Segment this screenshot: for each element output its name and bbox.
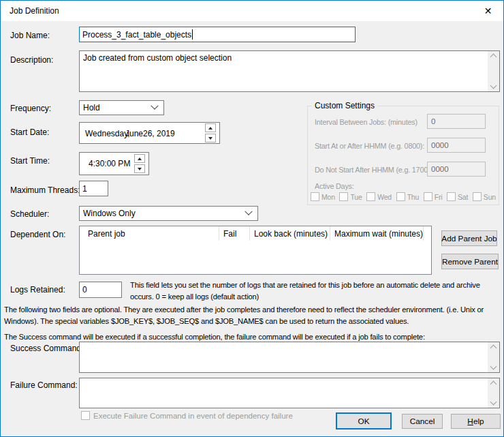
success-command-input[interactable] (79, 342, 500, 373)
scheduler-label: Scheduler: (10, 209, 49, 219)
spin-up-icon (208, 127, 212, 130)
spin-down-button[interactable] (134, 164, 145, 173)
day-checkbox-thu (396, 192, 405, 201)
day-label: Sun (484, 193, 496, 201)
day-item: Wed (366, 192, 392, 201)
day-checkbox-wed (366, 192, 375, 201)
day-item: Thu (396, 192, 420, 201)
spin-up-icon (138, 157, 142, 160)
chevron-down-icon (245, 208, 252, 215)
column-header-max-wait[interactable]: Maximum wait (minutes) (330, 226, 424, 241)
scroll-down-icon[interactable] (490, 363, 497, 370)
titlebar[interactable]: Job Definition ✕ (1, 1, 503, 21)
logs-retained-input[interactable]: 0 (79, 282, 122, 298)
interval-input: 0 (427, 114, 486, 129)
day-label: Sat (458, 193, 468, 201)
day-label: Tue (350, 193, 362, 201)
start-time-label: Start Time: (10, 156, 50, 166)
start-at-input: 0000 (427, 138, 486, 153)
remove-parent-button[interactable]: Remove Parent (441, 254, 499, 269)
description-scrollbar[interactable] (488, 51, 499, 91)
optional-fields-text: The following two fields are optional. T… (4, 304, 504, 327)
start-date-weekday[interactable]: Wednesday, (85, 129, 130, 138)
day-checkbox-fri (424, 192, 432, 201)
day-item: Sat (447, 192, 468, 201)
interval-label: Interval Between Jobs: (minutes) (315, 118, 418, 126)
max-threads-label: Maximum Threads: (10, 185, 80, 195)
spin-up-button[interactable] (134, 154, 145, 163)
failure-command-label: Failure Command: (10, 380, 78, 390)
day-checkbox-sat (447, 192, 456, 201)
interval-value: 0 (431, 117, 435, 125)
dependency-failure-checkbox-label: Execute Failure Command in event of depe… (93, 412, 293, 420)
scroll-up-icon[interactable] (490, 54, 497, 61)
success-command-textarea[interactable] (80, 342, 488, 372)
day-label: Mon (321, 193, 335, 201)
help-accelerator: H (467, 417, 473, 426)
start-date-day-year[interactable]: 26, 2019 (143, 129, 175, 138)
logs-retained-label: Logs Retained: (10, 285, 65, 295)
logs-retained-help: This field lets you set the number of lo… (130, 280, 501, 303)
spin-down-icon (208, 137, 212, 140)
success-command-scrollbar[interactable] (488, 342, 499, 372)
start-at-value: 0000 (431, 141, 449, 149)
day-checkbox-sun (473, 192, 482, 201)
ok-button[interactable]: OK (336, 412, 392, 430)
column-header-fail[interactable]: Fail (219, 226, 250, 241)
list-header: Parent job Fail Look back (minutes) Maxi… (80, 226, 431, 241)
frequency-dropdown[interactable]: Hold (79, 100, 164, 115)
start-date-month[interactable]: June (125, 129, 143, 138)
help-label-rest: elp (473, 417, 484, 426)
dependent-on-list[interactable]: Parent job Fail Look back (minutes) Maxi… (79, 226, 432, 275)
job-name-value: Process_3_fact_table_objects (82, 30, 191, 40)
day-checkbox-tue (339, 192, 348, 201)
day-label: Wed (377, 193, 392, 201)
spin-down-button[interactable] (205, 134, 216, 142)
start-time-spinner[interactable] (134, 154, 145, 173)
failure-command-textarea[interactable] (80, 378, 488, 408)
job-definition-dialog: Job Definition ✕ Job Name: Process_3_fac… (0, 0, 504, 437)
scroll-down-icon[interactable] (490, 399, 497, 406)
dialog-title: Job Definition (10, 6, 59, 16)
custom-settings-title: Custom Settings (312, 101, 377, 110)
active-days-label: Active Days: (315, 182, 354, 190)
frequency-label: Frequency: (10, 104, 51, 113)
max-threads-value: 1 (82, 184, 87, 194)
start-time-value[interactable]: 4:30:00 PM (89, 159, 130, 168)
job-name-input[interactable]: Process_3_fact_table_objects (79, 27, 356, 42)
failure-command-input[interactable] (79, 378, 500, 408)
dependent-on-label: Dependent On: (10, 230, 65, 239)
chevron-down-icon (151, 102, 158, 110)
column-header-parent-job[interactable]: Parent job (80, 226, 219, 241)
add-parent-job-button[interactable]: Add Parent Job (441, 230, 497, 246)
description-input[interactable]: Job created from custom object selection (79, 50, 500, 92)
day-checkbox-mon (311, 192, 319, 201)
scheduler-dropdown[interactable]: Windows Only (79, 206, 258, 221)
scroll-up-icon[interactable] (490, 345, 497, 352)
scroll-up-icon[interactable] (490, 381, 497, 388)
close-button[interactable]: ✕ (473, 1, 503, 21)
failure-command-scrollbar[interactable] (488, 378, 499, 408)
start-date-spinner[interactable] (205, 123, 216, 142)
cancel-button[interactable]: Cancel (402, 414, 443, 429)
start-at-label: Start At or After HHMM (e.g. 0800): (315, 142, 424, 150)
do-not-start-label: Do Not Start After HHMM (e.g. 1700): (315, 166, 432, 174)
start-date-picker[interactable]: Wednesday, June 26, 2019 (79, 122, 220, 144)
active-days-row: Mon Tue Wed Thu Fri Sat Sun (311, 192, 496, 201)
column-header-look-back[interactable]: Look back (minutes) (250, 226, 330, 241)
day-item: Mon (311, 192, 335, 201)
day-item: Fri (424, 192, 443, 201)
text-caret (192, 29, 193, 40)
max-threads-input[interactable]: 1 (79, 181, 108, 196)
help-button[interactable]: Help (451, 414, 501, 429)
description-textarea[interactable]: Job created from custom object selection (80, 51, 488, 91)
logs-retained-value: 0 (82, 285, 87, 295)
scheduler-value: Windows Only (83, 209, 136, 218)
success-command-label: Success Command: (10, 344, 83, 353)
day-item: Tue (339, 192, 362, 201)
scroll-down-icon[interactable] (490, 82, 497, 89)
spin-down-icon (138, 168, 142, 170)
dependency-failure-checkbox (81, 411, 90, 420)
do-not-start-value: 0000 (431, 165, 449, 173)
spin-up-button[interactable] (205, 123, 216, 132)
